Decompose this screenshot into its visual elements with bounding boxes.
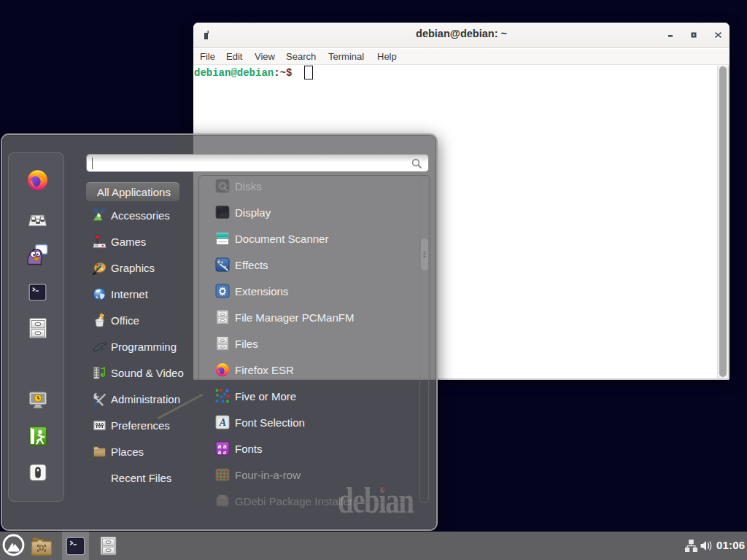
svg-text:a: a xyxy=(217,448,221,456)
svg-text:A: A xyxy=(219,417,226,428)
svg-text:a: a xyxy=(223,448,227,456)
